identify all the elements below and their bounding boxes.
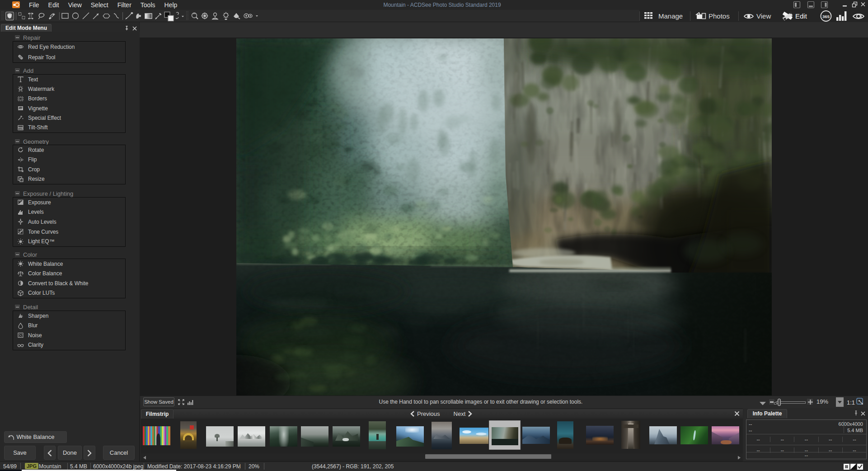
- svg-text:365: 365: [822, 14, 830, 19]
